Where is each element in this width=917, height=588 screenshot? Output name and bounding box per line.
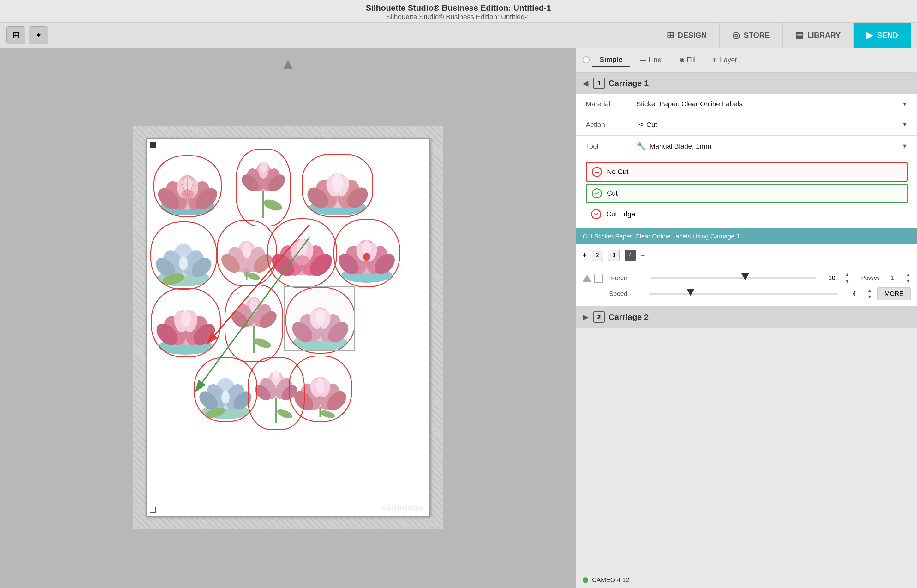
right-panel: Simple — Line ◉ Fill ⧉ Layer ◀ 1 Carriag… bbox=[576, 48, 917, 588]
tool-row: Tool 🔧 Manual Blade, 1mm ▼ bbox=[576, 136, 917, 157]
top-nav: ⊞ ✦ ⊞ DESIGN ◎ STORE ▤ LIBRARY ▶ SEND bbox=[0, 23, 917, 48]
cut-action-icon: ✂ bbox=[636, 120, 643, 130]
passes-add-btn[interactable]: + bbox=[583, 251, 587, 259]
canvas-area: ▲ bbox=[0, 48, 576, 588]
tab-store[interactable]: ◎ STORE bbox=[719, 23, 782, 48]
tab-library-label: LIBRARY bbox=[807, 31, 841, 40]
carriage-2-expand-arrow[interactable]: ▶ bbox=[583, 313, 588, 321]
cut-option[interactable]: ✂ Cut bbox=[586, 184, 907, 203]
carriage-2-number: 2 bbox=[593, 311, 605, 323]
force-stepper: ▲ ▼ bbox=[845, 271, 850, 285]
carriage-2-title: Carriage 2 bbox=[609, 312, 649, 322]
mat-container: silhouette bbox=[146, 138, 430, 517]
passes-down[interactable]: ▼ bbox=[906, 278, 911, 285]
tab-design-label: DESIGN bbox=[678, 31, 707, 40]
flower-1 bbox=[156, 158, 219, 215]
carriage-1-collapse-arrow[interactable]: ◀ bbox=[583, 79, 588, 88]
force-speed-panel: Force 20 ▲ ▼ Passes 1 ▲ ▼ Speed bbox=[576, 266, 917, 306]
flower-6 bbox=[270, 221, 334, 286]
status-dot bbox=[583, 577, 588, 583]
selection-box bbox=[284, 286, 355, 351]
pass-btn-4[interactable]: 4 bbox=[625, 250, 636, 261]
speed-down[interactable]: ▼ bbox=[867, 294, 872, 300]
scroll-up-arrow[interactable]: ▲ bbox=[280, 54, 296, 73]
material-label: Material bbox=[586, 100, 636, 108]
force-up[interactable]: ▲ bbox=[845, 271, 850, 278]
force-value: 20 bbox=[824, 275, 840, 282]
material-dropdown[interactable]: ▼ bbox=[902, 101, 907, 108]
tool-label: Tool bbox=[586, 142, 636, 150]
action-value: ✂ Cut ▼ bbox=[636, 120, 907, 130]
pass-btn-3[interactable]: 3 bbox=[608, 250, 619, 261]
pass-btn-2[interactable]: 2 bbox=[592, 250, 603, 261]
flower-7[interactable] bbox=[336, 221, 397, 284]
more-button[interactable]: MORE bbox=[877, 288, 911, 300]
tab-send-label: SEND bbox=[877, 31, 898, 40]
speed-value: 4 bbox=[846, 290, 862, 297]
corner-marker-bl bbox=[150, 507, 156, 513]
tool-dropdown[interactable]: ▼ bbox=[902, 143, 907, 150]
force-row: Force 20 ▲ ▼ Passes 1 ▲ ▼ bbox=[583, 271, 911, 285]
tab-line[interactable]: — Line bbox=[632, 53, 669, 66]
cutting-mat: silhouette bbox=[146, 138, 430, 517]
material-value: Sticker Paper. Clear Online Labels ▼ bbox=[636, 100, 907, 108]
flower-5 bbox=[219, 222, 274, 284]
status-device: CAMEO 4 12" bbox=[592, 576, 632, 583]
force-slider[interactable] bbox=[651, 277, 816, 279]
library-icon: ▤ bbox=[795, 30, 804, 40]
passes-row: + 2 3 4 + bbox=[583, 250, 911, 261]
carriage-1-title: Carriage 1 bbox=[609, 79, 649, 88]
app-title: Silhouette Studio® Business Edition: Unt… bbox=[0, 3, 917, 13]
passes-value: 1 bbox=[885, 275, 901, 282]
silhouette-watermark: silhouette bbox=[381, 503, 423, 513]
design-icon: ⊞ bbox=[667, 30, 674, 40]
cut-edge-option[interactable]: ✂ Cut Edge bbox=[586, 205, 907, 223]
carriage-2-header[interactable]: ▶ 2 Carriage 2 bbox=[576, 306, 917, 328]
speed-row: Speed 4 ▲ ▼ MORE bbox=[583, 288, 911, 300]
tab-design[interactable]: ⊞ DESIGN bbox=[654, 23, 719, 48]
passes-up[interactable]: ▲ bbox=[906, 271, 911, 278]
simple-radio[interactable] bbox=[583, 57, 590, 63]
passes-stepper: ▲ ▼ bbox=[906, 271, 911, 285]
action-label: Action bbox=[586, 121, 636, 129]
tab-simple[interactable]: Simple bbox=[592, 53, 630, 67]
tool-icon: 🔧 bbox=[636, 141, 646, 151]
tab-store-label: STORE bbox=[744, 31, 770, 40]
no-cut-icon bbox=[591, 166, 603, 178]
flower-4 bbox=[153, 224, 214, 287]
info-bar: Cut Sticker Paper. Clear Online Labels U… bbox=[576, 228, 917, 244]
force-down[interactable]: ▼ bbox=[845, 278, 850, 285]
passes-remove-btn[interactable]: + bbox=[641, 251, 645, 259]
flower-13 bbox=[291, 358, 350, 420]
corner-marker-tl bbox=[150, 142, 156, 148]
cut-settings: + 2 3 4 + bbox=[576, 244, 917, 266]
tab-library[interactable]: ▤ LIBRARY bbox=[783, 23, 854, 48]
tab-layer[interactable]: ⧉ Layer bbox=[706, 53, 745, 66]
panel-tabs: Simple — Line ◉ Fill ⧉ Layer bbox=[576, 48, 917, 72]
speed-stepper: ▲ ▼ bbox=[867, 288, 872, 300]
title-bar: Silhouette Studio® Business Edition: Unt… bbox=[0, 0, 917, 23]
cut-options-panel: No Cut ✂ Cut ✂ Cut Edge bbox=[576, 157, 917, 228]
flower-2 bbox=[238, 152, 288, 224]
speed-slider[interactable] bbox=[649, 293, 838, 295]
store-icon: ◎ bbox=[732, 30, 740, 40]
status-bar: CAMEO 4 12" bbox=[576, 572, 917, 588]
carriage-1-number: 1 bbox=[593, 78, 605, 89]
nav-icon-new[interactable]: ⊞ bbox=[6, 26, 25, 44]
speed-label: Speed bbox=[609, 290, 641, 297]
action-row: Action ✂ Cut ▼ bbox=[576, 114, 917, 136]
tab-fill[interactable]: ◉ Fill bbox=[672, 53, 703, 66]
speed-up[interactable]: ▲ bbox=[867, 288, 872, 294]
triangle-icon bbox=[583, 275, 591, 282]
nav-icon-settings[interactable]: ✦ bbox=[29, 26, 48, 44]
app-subtitle: Silhouette Studio® Business Edition: Unt… bbox=[0, 13, 917, 21]
flower-8 bbox=[154, 290, 218, 355]
material-row: Material Sticker Paper. Clear Online Lab… bbox=[576, 94, 917, 114]
tool-value: 🔧 Manual Blade, 1mm ▼ bbox=[636, 141, 907, 151]
force-icons bbox=[583, 274, 603, 283]
no-cut-option[interactable]: No Cut bbox=[586, 162, 907, 182]
action-dropdown[interactable]: ▼ bbox=[902, 121, 907, 128]
main-content: ▲ bbox=[0, 48, 917, 588]
tab-send[interactable]: ▶ SEND bbox=[853, 23, 911, 48]
passes-header-label: Passes bbox=[861, 275, 880, 281]
